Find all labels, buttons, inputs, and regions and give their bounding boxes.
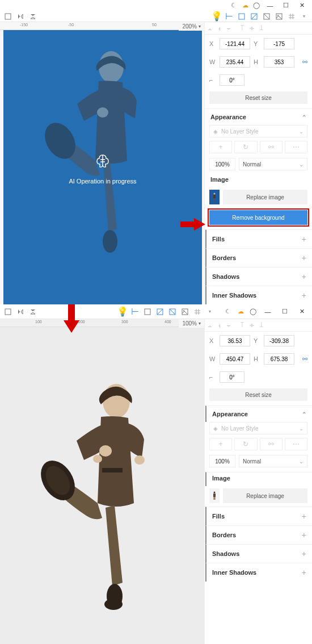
maximize-button[interactable]: ☐ bbox=[279, 1, 293, 11]
inner-shadows-header[interactable]: Inner Shadows+ bbox=[205, 286, 312, 304]
refresh-button[interactable]: ↻ bbox=[234, 438, 257, 450]
align-left-icon[interactable]: ⫠ bbox=[207, 25, 213, 32]
plus-icon[interactable]: + bbox=[302, 253, 306, 262]
ruler-icon[interactable]: ⊢ bbox=[130, 307, 140, 316]
align-center-icon[interactable]: ⫞ bbox=[218, 322, 221, 329]
appearance-header[interactable]: Appearance⌃ bbox=[205, 108, 312, 125]
layer-style-select[interactable]: ◈ No Layer Style ⌄ bbox=[209, 125, 307, 137]
image-thumbnail[interactable] bbox=[209, 488, 220, 503]
flip-v-icon[interactable] bbox=[28, 307, 37, 316]
grid-icon[interactable] bbox=[193, 307, 202, 316]
ruler-icon[interactable]: ⊢ bbox=[225, 12, 234, 21]
align-top-icon[interactable]: ⟙ bbox=[240, 24, 244, 32]
y-input[interactable] bbox=[264, 38, 294, 49]
borders-header[interactable]: Borders+ bbox=[205, 248, 312, 267]
remove-background-button[interactable]: Remove background bbox=[209, 210, 307, 225]
blend-mode-select[interactable]: Normal⌄ bbox=[239, 158, 307, 170]
person-figure-cutout[interactable] bbox=[34, 367, 165, 628]
moon-icon[interactable]: ☾ bbox=[224, 307, 233, 316]
plus-icon[interactable]: + bbox=[302, 549, 306, 558]
canvas[interactable] bbox=[0, 327, 204, 644]
opacity-input[interactable]: 100% bbox=[209, 158, 235, 170]
shadows-header[interactable]: Shadows+ bbox=[205, 267, 312, 286]
flip-v-icon[interactable] bbox=[28, 12, 37, 21]
y-input[interactable] bbox=[264, 335, 294, 346]
link-button[interactable]: ⚯ bbox=[260, 141, 283, 153]
user-icon[interactable]: ◯ bbox=[248, 307, 258, 316]
minimize-button[interactable]: — bbox=[261, 307, 275, 317]
canvas[interactable]: AI Operation in progress bbox=[3, 30, 202, 304]
cloud-icon[interactable]: ☁ bbox=[241, 1, 250, 10]
add-button[interactable]: + bbox=[209, 141, 232, 153]
diag1-icon[interactable] bbox=[250, 12, 259, 21]
angle-input[interactable] bbox=[220, 371, 244, 383]
crop-icon[interactable] bbox=[237, 12, 246, 21]
reset-size-button[interactable]: Reset size bbox=[209, 388, 307, 401]
link-button[interactable]: ⚯ bbox=[260, 438, 283, 450]
bulb-icon[interactable]: 💡 bbox=[118, 307, 127, 316]
diag2-icon[interactable] bbox=[262, 12, 271, 21]
w-input[interactable] bbox=[220, 353, 250, 365]
rect-icon[interactable] bbox=[3, 12, 12, 21]
chevron-down-icon[interactable]: ▾ bbox=[205, 307, 214, 316]
appearance-header[interactable]: Appearance⌃ bbox=[205, 405, 312, 422]
x-input[interactable] bbox=[220, 335, 250, 346]
align-center-icon[interactable]: ⫞ bbox=[218, 25, 221, 32]
link-icon[interactable]: ⚯ bbox=[302, 58, 307, 66]
cloud-icon[interactable]: ☁ bbox=[236, 307, 245, 316]
replace-image-button[interactable]: Replace image bbox=[223, 190, 307, 204]
plus-icon[interactable]: + bbox=[302, 568, 306, 577]
add-button[interactable]: + bbox=[209, 438, 232, 450]
align-middle-icon[interactable]: ⟛ bbox=[249, 24, 255, 32]
inner-shadows-header[interactable]: Inner Shadows+ bbox=[205, 563, 312, 582]
rect-icon[interactable] bbox=[3, 307, 12, 316]
refresh-button[interactable]: ↻ bbox=[234, 141, 257, 153]
grid-icon[interactable] bbox=[287, 12, 296, 21]
blend-mode-select[interactable]: Normal⌄ bbox=[239, 455, 307, 467]
plus-icon[interactable]: + bbox=[302, 512, 306, 521]
bulb-icon[interactable]: 💡 bbox=[212, 12, 221, 21]
replace-image-button[interactable]: Replace image bbox=[223, 488, 307, 503]
layer-style-select[interactable]: ◈ No Layer Style ⌄ bbox=[209, 422, 307, 434]
shadows-header[interactable]: Shadows+ bbox=[205, 544, 312, 563]
fills-header[interactable]: Fills+ bbox=[205, 229, 312, 248]
opacity-input[interactable]: 100% bbox=[209, 455, 235, 467]
align-right-icon[interactable]: ⫟ bbox=[226, 25, 232, 32]
zoom-indicator[interactable]: 100%▾ bbox=[179, 319, 204, 328]
crop-icon[interactable] bbox=[143, 307, 152, 316]
zoom-indicator[interactable]: 200%▾ bbox=[179, 22, 204, 31]
image-icon[interactable] bbox=[275, 12, 284, 21]
maximize-button[interactable]: ☐ bbox=[278, 307, 292, 317]
link-icon[interactable]: ⚯ bbox=[302, 356, 307, 363]
minimize-button[interactable]: — bbox=[263, 1, 277, 11]
x-input[interactable] bbox=[220, 38, 250, 49]
h-input[interactable] bbox=[264, 56, 294, 68]
align-top-icon[interactable]: ⟙ bbox=[240, 321, 244, 329]
align-middle-icon[interactable]: ⟛ bbox=[249, 321, 255, 329]
chevron-down-icon[interactable]: ▾ bbox=[300, 12, 309, 21]
plus-icon[interactable]: + bbox=[302, 291, 306, 300]
borders-header[interactable]: Borders+ bbox=[205, 525, 312, 544]
flip-h-icon[interactable] bbox=[16, 12, 25, 21]
diag2-icon[interactable] bbox=[168, 307, 177, 316]
align-right-icon[interactable]: ⫟ bbox=[226, 322, 232, 329]
fills-header[interactable]: Fills+ bbox=[205, 507, 312, 525]
close-button[interactable]: ✕ bbox=[295, 307, 309, 317]
align-bottom-icon[interactable]: ⟘ bbox=[259, 321, 264, 329]
w-input[interactable] bbox=[220, 56, 250, 68]
more-button[interactable]: ⋯ bbox=[285, 141, 307, 153]
plus-icon[interactable]: + bbox=[302, 235, 306, 244]
h-input[interactable] bbox=[264, 353, 294, 365]
user-icon[interactable]: ◯ bbox=[252, 1, 261, 10]
plus-icon[interactable]: + bbox=[302, 530, 306, 540]
align-left-icon[interactable]: ⫠ bbox=[207, 322, 213, 329]
image-icon[interactable] bbox=[180, 307, 189, 316]
moon-icon[interactable]: ☾ bbox=[229, 1, 238, 10]
close-button[interactable]: ✕ bbox=[295, 1, 309, 11]
more-button[interactable]: ⋯ bbox=[285, 438, 307, 450]
image-thumbnail[interactable] bbox=[209, 190, 220, 204]
flip-h-icon[interactable] bbox=[16, 307, 25, 316]
plus-icon[interactable]: + bbox=[302, 272, 306, 281]
reset-size-button[interactable]: Reset size bbox=[209, 91, 307, 104]
angle-input[interactable] bbox=[220, 74, 244, 86]
